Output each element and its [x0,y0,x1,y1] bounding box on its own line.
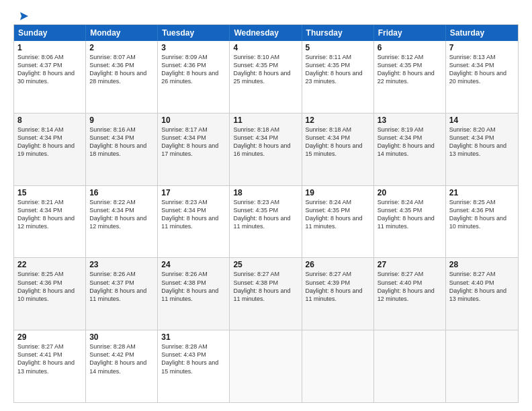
calendar-cell [374,330,446,402]
day-number: 6 [378,43,442,52]
day-number: 19 [306,188,370,197]
calendar-week-5: 29Sunrise: 8:27 AMSunset: 4:41 PMDayligh… [14,330,518,402]
cell-info: Sunrise: 8:06 AMSunset: 4:37 PMDaylight:… [17,53,82,86]
logo [13,11,28,19]
header-day-thursday: Thursday [302,25,374,41]
day-number: 24 [161,260,226,269]
calendar-cell: 29Sunrise: 8:27 AMSunset: 4:41 PMDayligh… [14,330,86,402]
day-number: 22 [17,260,82,269]
calendar-cell: 10Sunrise: 8:17 AMSunset: 4:34 PMDayligh… [158,113,230,185]
day-number: 11 [233,116,298,125]
calendar-week-1: 1Sunrise: 8:06 AMSunset: 4:37 PMDaylight… [14,41,518,113]
day-number: 21 [449,188,515,197]
calendar-cell: 16Sunrise: 8:22 AMSunset: 4:34 PMDayligh… [86,186,158,258]
day-number: 16 [89,188,154,197]
day-number: 8 [17,116,82,125]
header-day-tuesday: Tuesday [158,25,230,41]
calendar-cell: 31Sunrise: 8:28 AMSunset: 4:43 PMDayligh… [158,330,230,402]
cell-info: Sunrise: 8:28 AMSunset: 4:42 PMDaylight:… [89,342,154,375]
calendar-cell: 17Sunrise: 8:23 AMSunset: 4:34 PMDayligh… [158,186,230,258]
calendar-cell: 4Sunrise: 8:10 AMSunset: 4:35 PMDaylight… [230,41,302,113]
day-number: 25 [233,260,298,269]
cell-info: Sunrise: 8:18 AMSunset: 4:34 PMDaylight:… [233,126,298,158]
day-number: 20 [378,188,442,197]
calendar-cell: 24Sunrise: 8:26 AMSunset: 4:38 PMDayligh… [158,258,230,330]
calendar-cell: 14Sunrise: 8:20 AMSunset: 4:34 PMDayligh… [446,113,518,185]
header-day-saturday: Saturday [446,25,518,41]
cell-info: Sunrise: 8:23 AMSunset: 4:34 PMDaylight:… [161,198,226,231]
day-number: 23 [89,260,154,269]
calendar-cell: 12Sunrise: 8:18 AMSunset: 4:34 PMDayligh… [302,113,374,185]
cell-info: Sunrise: 8:12 AMSunset: 4:35 PMDaylight:… [378,53,442,86]
day-number: 26 [306,260,370,269]
day-number: 31 [161,332,226,342]
day-number: 27 [378,260,442,269]
calendar: SundayMondayTuesdayWednesdayThursdayFrid… [13,24,519,403]
cell-info: Sunrise: 8:09 AMSunset: 4:36 PMDaylight:… [161,53,226,86]
cell-info: Sunrise: 8:27 AMSunset: 4:40 PMDaylight:… [449,270,515,303]
cell-info: Sunrise: 8:27 AMSunset: 4:39 PMDaylight:… [306,270,370,303]
day-number: 2 [89,43,154,52]
header-day-monday: Monday [86,25,158,41]
calendar-week-4: 22Sunrise: 8:25 AMSunset: 4:36 PMDayligh… [14,258,518,330]
day-number: 4 [233,43,298,52]
calendar-cell: 21Sunrise: 8:25 AMSunset: 4:36 PMDayligh… [446,186,518,258]
cell-info: Sunrise: 8:28 AMSunset: 4:43 PMDaylight:… [161,342,226,375]
header-day-sunday: Sunday [14,25,86,41]
day-number: 28 [449,260,515,269]
calendar-cell: 7Sunrise: 8:13 AMSunset: 4:34 PMDaylight… [446,41,518,113]
calendar-cell: 13Sunrise: 8:19 AMSunset: 4:34 PMDayligh… [374,113,446,185]
day-number: 13 [378,116,442,125]
cell-info: Sunrise: 8:24 AMSunset: 4:35 PMDaylight:… [378,198,442,231]
cell-info: Sunrise: 8:20 AMSunset: 4:34 PMDaylight:… [449,126,515,158]
calendar-cell: 1Sunrise: 8:06 AMSunset: 4:37 PMDaylight… [14,41,86,113]
day-number: 5 [306,43,370,52]
calendar-cell: 23Sunrise: 8:26 AMSunset: 4:37 PMDayligh… [86,258,158,330]
calendar-cell [302,330,374,402]
calendar-cell: 27Sunrise: 8:27 AMSunset: 4:40 PMDayligh… [374,258,446,330]
svg-marker-0 [20,12,28,20]
calendar-cell: 3Sunrise: 8:09 AMSunset: 4:36 PMDaylight… [158,41,230,113]
calendar-cell: 30Sunrise: 8:28 AMSunset: 4:42 PMDayligh… [86,330,158,402]
calendar-body: 1Sunrise: 8:06 AMSunset: 4:37 PMDaylight… [14,41,518,402]
day-number: 9 [89,116,154,125]
day-number: 1 [17,43,82,52]
cell-info: Sunrise: 8:26 AMSunset: 4:38 PMDaylight:… [161,270,226,303]
header-day-wednesday: Wednesday [230,25,302,41]
cell-info: Sunrise: 8:19 AMSunset: 4:34 PMDaylight:… [378,126,442,158]
page: SundayMondayTuesdayWednesdayThursdayFrid… [0,0,532,411]
cell-info: Sunrise: 8:22 AMSunset: 4:34 PMDaylight:… [89,198,154,231]
day-number: 14 [449,116,515,125]
calendar-cell: 20Sunrise: 8:24 AMSunset: 4:35 PMDayligh… [374,186,446,258]
calendar-cell: 9Sunrise: 8:16 AMSunset: 4:34 PMDaylight… [86,113,158,185]
cell-info: Sunrise: 8:17 AMSunset: 4:34 PMDaylight:… [161,126,226,158]
calendar-cell: 26Sunrise: 8:27 AMSunset: 4:39 PMDayligh… [302,258,374,330]
calendar-cell [230,330,302,402]
calendar-cell: 28Sunrise: 8:27 AMSunset: 4:40 PMDayligh… [446,258,518,330]
cell-info: Sunrise: 8:26 AMSunset: 4:37 PMDaylight:… [89,270,154,303]
day-number: 29 [17,332,82,342]
calendar-cell [446,330,518,402]
cell-info: Sunrise: 8:10 AMSunset: 4:35 PMDaylight:… [233,53,298,86]
calendar-cell: 8Sunrise: 8:14 AMSunset: 4:34 PMDaylight… [14,113,86,185]
cell-info: Sunrise: 8:21 AMSunset: 4:34 PMDaylight:… [17,198,82,231]
cell-info: Sunrise: 8:27 AMSunset: 4:38 PMDaylight:… [233,270,298,303]
cell-info: Sunrise: 8:27 AMSunset: 4:41 PMDaylight:… [17,342,82,375]
calendar-cell: 15Sunrise: 8:21 AMSunset: 4:34 PMDayligh… [14,186,86,258]
header [13,11,519,19]
day-number: 3 [161,43,226,52]
calendar-cell: 2Sunrise: 8:07 AMSunset: 4:36 PMDaylight… [86,41,158,113]
calendar-cell: 22Sunrise: 8:25 AMSunset: 4:36 PMDayligh… [14,258,86,330]
day-number: 12 [306,116,370,125]
cell-info: Sunrise: 8:18 AMSunset: 4:34 PMDaylight:… [306,126,370,158]
calendar-header: SundayMondayTuesdayWednesdayThursdayFrid… [14,25,518,41]
day-number: 30 [89,332,154,342]
day-number: 17 [161,188,226,197]
calendar-cell: 18Sunrise: 8:23 AMSunset: 4:35 PMDayligh… [230,186,302,258]
calendar-cell: 25Sunrise: 8:27 AMSunset: 4:38 PMDayligh… [230,258,302,330]
day-number: 10 [161,116,226,125]
calendar-week-3: 15Sunrise: 8:21 AMSunset: 4:34 PMDayligh… [14,186,518,259]
day-number: 18 [233,188,298,197]
day-number: 15 [17,188,82,197]
cell-info: Sunrise: 8:27 AMSunset: 4:40 PMDaylight:… [378,270,442,303]
